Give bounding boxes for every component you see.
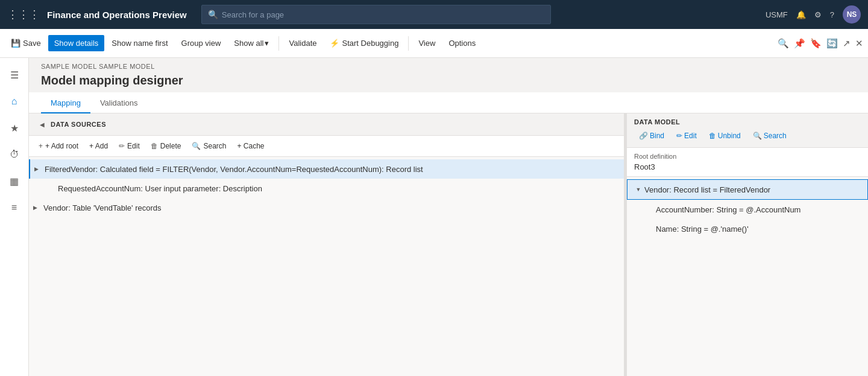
dm-edit-button[interactable]: ✏ Edit [671,129,702,142]
show-all-button[interactable]: Show all ▾ [228,35,275,51]
show-name-button[interactable]: Show name first [105,35,174,51]
dm-search-button[interactable]: 🔍 Search [748,129,791,142]
sidebar-item-list[interactable]: ≡ [2,196,27,220]
expander-1[interactable]: ▶ [30,163,42,175]
dm-expander-2 [644,203,656,215]
save-icon: 💾 [11,39,20,48]
dm-search-icon: 🔍 [753,132,762,140]
tabs-bar: Mapping Validations [29,92,868,113]
ds-collapse-btn[interactable]: ◀ [36,118,48,130]
data-sources-panel: ◀ DATA SOURCES + + Add root + Add ✏ Edit [29,113,624,376]
dm-item-text-3: Name: String = @.'name()' [656,225,749,234]
view-button[interactable]: View [412,35,441,51]
settings-icon[interactable]: ⚙ [814,10,822,19]
dm-tree-item-1[interactable]: ▼ Vendor: Record list = FilteredVendor [627,179,868,200]
ds-title: DATA SOURCES [51,121,106,128]
nav-right: USMF 🔔 ⚙ ? NS [766,5,861,24]
dm-tree: ▼ Vendor: Record list = FilteredVendor A… [627,177,868,241]
delete-icon: 🗑 [151,142,158,150]
ds-tree: ▶ FilteredVendor: Calculated field = FIL… [29,157,624,376]
top-nav: ⋮⋮⋮ Finance and Operations Preview 🔍 USM… [0,0,868,29]
sidebar-item-favorites[interactable]: ★ [2,116,27,140]
ds-tree-item-3[interactable]: ▶ Vendor: Table 'VendTable' records [29,198,624,217]
ds-search-button[interactable]: 🔍 Search [187,139,231,153]
unbind-icon: 🗑 [709,132,716,140]
breadcrumb: SAMPLE MODEL SAMPLE MODEL [29,58,868,71]
ds-item-text-2: RequestedAccountNum: User input paramete… [55,184,619,193]
sidebar-item-home[interactable]: ⌂ [2,89,27,113]
ds-tree-item-2[interactable]: RequestedAccountNum: User input paramete… [29,179,624,198]
app-title: Finance and Operations Preview [47,10,187,20]
show-details-button[interactable]: Show details [48,35,105,51]
page-title: Model mapping designer [29,71,868,92]
sidebar: ☰ ⌂ ★ ⏱ ▦ ≡ [0,58,29,376]
bind-button[interactable]: 🔗 Bind [634,129,669,142]
help-icon[interactable]: ? [830,10,834,19]
add-button[interactable]: + Add [84,139,113,153]
expander-3[interactable]: ▶ [29,202,41,214]
search-input[interactable] [222,10,544,19]
dm-tree-item-3[interactable]: Name: String = @.'name()' [627,219,868,238]
dm-panel-scroll: ▼ Vendor: Record list = FilteredVendor A… [627,177,868,376]
dm-toolbar: 🔗 Bind ✏ Edit 🗑 Unbind 🔍 [634,129,861,142]
add-root-icon: + [39,142,43,150]
split-panel: ◀ DATA SOURCES + + Add root + Add ✏ Edit [29,113,868,376]
cache-button[interactable]: + Cache [233,139,269,153]
avatar[interactable]: NS [843,5,861,24]
dm-item-text-2: AccountNumber: String = @.AccountNum [656,205,800,214]
dm-title: DATA MODEL [634,118,861,126]
main-layout: ☰ ⌂ ★ ⏱ ▦ ≡ SAMPLE MODEL SAMPLE MODEL Mo… [0,58,868,376]
separator-1 [278,36,279,51]
ds-tree-item-1[interactable]: ▶ FilteredVendor: Calculated field = FIL… [29,159,624,179]
search-box[interactable]: 🔍 [201,5,551,24]
add-root-button[interactable]: + + Add root [34,139,83,153]
bookmark-icon[interactable]: 🔖 [810,38,822,49]
dm-expander-1[interactable]: ▼ [632,183,644,196]
dm-item-text-1: Vendor: Record list = FilteredVendor [644,185,770,194]
dm-header: DATA MODEL 🔗 Bind ✏ Edit 🗑 Unbind [627,113,868,148]
edit-icon: ✏ [119,142,125,150]
search-cmd-icon[interactable]: 🔍 [778,38,789,49]
close-icon[interactable]: ✕ [855,38,863,49]
ds-item-text-3: Vendor: Table 'VendTable' records [41,203,619,212]
command-bar: 💾 Save Show details Show name first Grou… [0,29,868,58]
delete-button[interactable]: 🗑 Delete [146,139,186,153]
user-label: USMF [766,10,788,19]
debug-button[interactable]: ⚡ Start Debugging [324,35,404,51]
separator-2 [408,36,409,51]
expander-2 [43,182,55,194]
search-icon: 🔍 [208,10,218,19]
grid-icon[interactable]: ⋮⋮⋮ [7,8,40,21]
ds-item-text-1: FilteredVendor: Calculated field = FILTE… [42,165,619,174]
dm-expander-3 [644,223,656,235]
save-button[interactable]: 💾 Save [5,35,47,51]
ds-header: ◀ DATA SOURCES [29,113,624,136]
unbind-button[interactable]: 🗑 Unbind [704,129,746,142]
content-area: SAMPLE MODEL SAMPLE MODEL Model mapping … [29,58,868,376]
expand-icon[interactable]: ↗ [843,38,851,49]
sidebar-item-recent[interactable]: ⏱ [2,142,27,167]
data-model-panel: DATA MODEL 🔗 Bind ✏ Edit 🗑 Unbind [627,113,868,376]
debug-icon: ⚡ [330,39,339,48]
dm-tree-item-2[interactable]: AccountNumber: String = @.AccountNum [627,200,868,219]
tab-validations[interactable]: Validations [90,92,148,113]
sidebar-item-workspaces[interactable]: ▦ [2,169,27,193]
validate-button[interactable]: Validate [283,35,322,51]
bind-icon: 🔗 [639,132,648,140]
ds-search-icon: 🔍 [192,142,201,150]
root-definition-value: Root3 [634,162,861,171]
ds-toolbar: + + Add root + Add ✏ Edit 🗑 Delete [29,136,624,157]
chevron-down-icon: ▾ [265,39,269,48]
dm-edit-icon: ✏ [676,132,682,140]
notification-icon[interactable]: 🔔 [796,10,806,19]
group-view-button[interactable]: Group view [175,35,227,51]
refresh-icon[interactable]: 🔄 [826,38,838,49]
sidebar-item-menu[interactable]: ☰ [2,63,27,87]
root-definition-label: Root definition [634,153,861,160]
root-definition-section: Root definition Root3 [627,148,868,177]
tab-mapping[interactable]: Mapping [41,92,90,113]
pin-icon[interactable]: 📌 [794,38,805,49]
options-button[interactable]: Options [442,35,482,51]
edit-button[interactable]: ✏ Edit [114,139,145,153]
